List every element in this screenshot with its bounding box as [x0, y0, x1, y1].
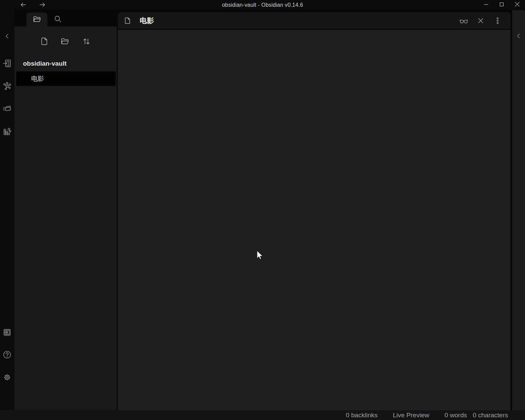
- help-icon: [2, 350, 12, 359]
- reading-view-glasses-icon: [459, 16, 469, 25]
- note-title: 电影: [140, 16, 154, 25]
- tab-file-explorer[interactable]: [26, 13, 47, 26]
- minimize-button[interactable]: [481, 0, 491, 9]
- backlinks-count[interactable]: 0 backlinks: [346, 412, 378, 419]
- maximize-icon: [498, 1, 505, 9]
- new-note-icon: [40, 37, 49, 46]
- left-sidebar: obsidian-vault 电影: [15, 10, 117, 410]
- reading-view-button[interactable]: [458, 15, 469, 26]
- file-name: 电影: [31, 74, 44, 83]
- word-count: 0 words: [444, 412, 467, 419]
- grid-blocks-icon: [2, 127, 12, 136]
- close-icon: [513, 0, 521, 9]
- folder-icon: [32, 15, 42, 25]
- new-note-button[interactable]: [39, 36, 50, 47]
- titlebar: obsidian-vault - Obsidian v0.14.6: [0, 0, 525, 10]
- status-bar: 0 backlinks Live Preview 0 words 0 chara…: [0, 410, 525, 420]
- right-sidebar-strip: [511, 10, 525, 410]
- minimize-icon: [482, 1, 490, 9]
- main-area: 电影: [117, 10, 511, 410]
- file-row-selected[interactable]: 电影: [16, 71, 116, 86]
- open-vault-button[interactable]: [2, 327, 12, 337]
- more-options-button[interactable]: [492, 15, 503, 26]
- sort-order-button[interactable]: [81, 36, 92, 47]
- new-folder-button[interactable]: [59, 36, 71, 47]
- close-tab-button[interactable]: [475, 15, 486, 26]
- view-header: 电影: [118, 12, 510, 30]
- document-icon: [123, 17, 132, 25]
- quick-switcher-icon: [2, 59, 12, 68]
- graph-view-icon: [2, 81, 12, 91]
- chevron-left-icon: [514, 31, 523, 40]
- close-window-button[interactable]: [512, 0, 522, 9]
- maximize-button[interactable]: [497, 0, 507, 9]
- command-palette-icon: [2, 104, 12, 113]
- settings-button[interactable]: [2, 372, 12, 382]
- obsidian-window: obsidian-vault - Obsidian v0.14.6: [0, 0, 525, 420]
- gear-icon: [2, 373, 12, 382]
- command-palette-button[interactable]: [2, 104, 12, 114]
- header-actions: [458, 15, 503, 26]
- search-icon: [53, 15, 62, 24]
- vault-icon: [2, 328, 12, 337]
- sidebar-tabstrip: [15, 10, 117, 26]
- vault-name[interactable]: obsidian-vault: [23, 60, 108, 67]
- help-button[interactable]: [2, 350, 12, 360]
- quick-switcher-button[interactable]: [2, 58, 12, 68]
- tab-search[interactable]: [49, 13, 67, 26]
- collapse-left-sidebar-button[interactable]: [2, 31, 12, 41]
- window-title: obsidian-vault - Obsidian v0.14.6: [0, 0, 525, 10]
- sort-order-icon: [82, 37, 91, 46]
- kebab-menu-icon: [493, 16, 502, 25]
- window-controls: [481, 0, 522, 9]
- file-explorer-pane: obsidian-vault 电影: [15, 26, 117, 410]
- close-icon: [476, 16, 485, 25]
- editor-pane: 电影: [118, 12, 510, 410]
- graph-view-button[interactable]: [2, 81, 12, 91]
- left-ribbon: [0, 10, 15, 410]
- expand-right-sidebar-button[interactable]: [513, 31, 524, 41]
- chevron-left-icon: [3, 32, 12, 41]
- new-folder-icon: [60, 37, 70, 46]
- editor-mode-toggle[interactable]: Live Preview: [393, 412, 429, 419]
- editor-content[interactable]: [118, 31, 510, 410]
- grid-blocks-button[interactable]: [2, 126, 12, 136]
- character-count: 0 characters: [473, 412, 508, 419]
